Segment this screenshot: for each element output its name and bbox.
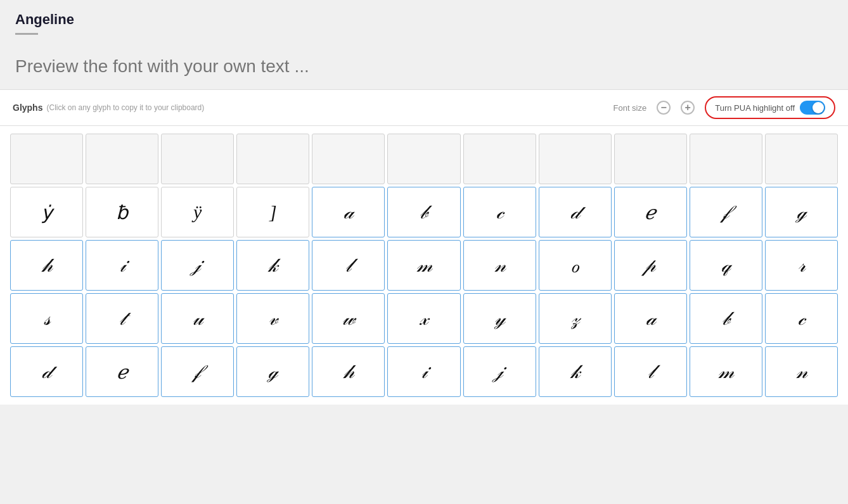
glyph-cell[interactable]: 𝓃 (765, 346, 838, 397)
glyphs-label: Glyphs (13, 103, 42, 113)
glyph-cell[interactable]: ÿ (161, 187, 234, 237)
glyph-cell[interactable]: 𝓁 (614, 346, 687, 397)
glyph-cell[interactable]: ẏ (10, 187, 83, 237)
glyph-cell[interactable] (312, 134, 385, 184)
glyph-cell[interactable]: 𝓎 (463, 293, 536, 344)
glyph-cell[interactable]: 𝒸 (463, 187, 536, 237)
pua-highlight-container: Turn PUA highlight off (705, 96, 835, 119)
glyph-cell[interactable]: ƀ (86, 187, 158, 237)
glyph-cell[interactable]: 𝓇 (765, 240, 838, 291)
app-header: Angeline (0, 0, 848, 50)
glyph-cell[interactable]: 𝒽 (10, 240, 83, 291)
glyph-cell[interactable]: ℊ (236, 346, 309, 397)
glyph-cell[interactable] (614, 134, 687, 184)
glyph-cell[interactable]: 𝓆 (690, 240, 762, 291)
glyph-cell[interactable]: 𝓀 (236, 240, 309, 291)
glyph-cell[interactable] (690, 134, 762, 184)
glyph-cell[interactable]: 𝓂 (387, 240, 460, 291)
glyph-cell[interactable]: 𝓅 (614, 240, 687, 291)
glyph-cell[interactable]: 𝒽 (312, 346, 385, 397)
glyph-cell[interactable]: 𝓈 (10, 293, 83, 344)
glyph-cell[interactable]: 𝓁 (312, 240, 385, 291)
toolbar: Glyphs (Click on any glyph to copy it to… (0, 89, 848, 126)
glyph-cell[interactable]: 𝓀 (539, 346, 612, 397)
glyph-cell[interactable]: 𝒿 (161, 240, 234, 291)
glyph-cell[interactable]: 𝒾 (387, 346, 460, 397)
glyph-cell[interactable] (387, 134, 460, 184)
app-title: Angeline (15, 11, 833, 28)
glyph-cell[interactable]: 𝒸 (765, 293, 838, 344)
glyph-cell[interactable]: 𝓍 (387, 293, 460, 344)
glyph-cell[interactable]: 𝓃 (463, 240, 536, 291)
glyph-cell[interactable]: 𝒾 (86, 240, 158, 291)
toolbar-left: Glyphs (Click on any glyph to copy it to… (13, 103, 204, 113)
glyph-cell[interactable]: 𝒻 (690, 187, 762, 237)
glyph-cell[interactable]: 𝓌 (312, 293, 385, 344)
glyph-cell[interactable]: ℴ (539, 240, 612, 291)
preview-area (0, 50, 848, 89)
toggle-thumb (813, 102, 824, 113)
glyphs-grid: ẏ ƀ ÿ ] 𝒶 𝒷 𝒸 𝒹 ℯ 𝒻 ℊ 𝒽 𝒾 𝒿 𝓀 𝓁 𝓂 𝓃 ℴ 𝓅 … (10, 134, 838, 397)
glyph-cell[interactable]: 𝒶 (312, 187, 385, 237)
glyph-cell[interactable]: 𝒻 (161, 346, 234, 397)
preview-input[interactable] (15, 56, 833, 77)
glyph-cell[interactable] (86, 134, 158, 184)
glyph-cell[interactable]: 𝒷 (387, 187, 460, 237)
glyph-cell[interactable]: 𝓉 (86, 293, 158, 344)
glyph-cell[interactable]: 𝒹 (10, 346, 83, 397)
glyph-cell[interactable] (236, 134, 309, 184)
glyph-cell[interactable]: 𝓏 (539, 293, 612, 344)
glyph-cell[interactable]: 𝓋 (236, 293, 309, 344)
glyph-cell[interactable]: ℯ (86, 346, 158, 397)
glyph-cell[interactable]: 𝒿 (463, 346, 536, 397)
glyph-cell[interactable] (10, 134, 83, 184)
glyph-cell[interactable] (539, 134, 612, 184)
glyph-cell[interactable]: 𝓂 (690, 346, 762, 397)
glyphs-grid-container: ẏ ƀ ÿ ] 𝒶 𝒷 𝒸 𝒹 ℯ 𝒻 ℊ 𝒽 𝒾 𝒿 𝓀 𝓁 𝓂 𝓃 ℴ 𝓅 … (0, 126, 848, 405)
increase-font-size-button[interactable]: + (681, 101, 695, 115)
glyph-cell[interactable] (765, 134, 838, 184)
decrease-font-size-button[interactable]: − (657, 101, 671, 115)
font-size-label: Font size (614, 103, 647, 113)
title-divider (15, 33, 38, 35)
glyph-cell[interactable] (161, 134, 234, 184)
glyph-cell[interactable]: ℊ (765, 187, 838, 237)
glyph-cell[interactable]: 𝒷 (690, 293, 762, 344)
pua-label: Turn PUA highlight off (715, 103, 795, 113)
glyph-cell[interactable]: 𝓊 (161, 293, 234, 344)
glyph-cell[interactable]: 𝒶 (614, 293, 687, 344)
glyphs-hint: (Click on any glyph to copy it to your c… (46, 103, 204, 112)
glyph-cell[interactable] (463, 134, 536, 184)
glyph-cell[interactable]: ] (236, 187, 309, 237)
glyph-cell[interactable]: 𝒹 (539, 187, 612, 237)
toolbar-right: Font size − + Turn PUA highlight off (614, 96, 836, 119)
pua-toggle[interactable] (800, 101, 825, 115)
glyph-cell[interactable]: ℯ (614, 187, 687, 237)
